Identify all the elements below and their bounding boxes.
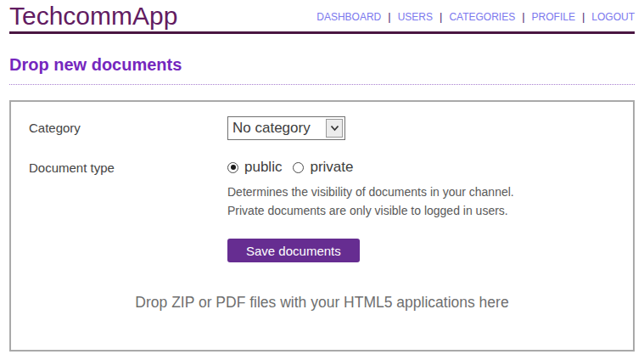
- document-type-label: Document type: [29, 159, 227, 262]
- app-title-link[interactable]: TechcommApp: [9, 3, 177, 30]
- help-line-1: Determines the visibility of documents i…: [227, 183, 514, 201]
- page: TechcommApp DASHBOARD | USERS | CATEGORI…: [0, 0, 644, 352]
- nav-link-categories[interactable]: CATEGORIES: [449, 11, 515, 23]
- nav-separator: |: [440, 10, 442, 23]
- category-row: Category No category: [29, 116, 633, 140]
- radio-option-private[interactable]: private: [293, 159, 353, 176]
- document-type-field: public private Determines the visibility…: [227, 159, 514, 262]
- radio-button-public[interactable]: [227, 162, 238, 173]
- radio-option-public[interactable]: public: [227, 159, 282, 176]
- nav-separator: |: [522, 10, 524, 23]
- nav-separator: |: [388, 10, 390, 23]
- nav-link-users[interactable]: USERS: [398, 11, 433, 23]
- document-type-help: Determines the visibility of documents i…: [227, 183, 514, 220]
- save-documents-button[interactable]: Save documents: [227, 239, 360, 262]
- help-line-2: Private documents are only visible to lo…: [227, 201, 514, 220]
- document-drop-panel[interactable]: Category No category Document type publi…: [9, 100, 635, 352]
- nav-link-profile[interactable]: PROFILE: [532, 11, 575, 23]
- category-select-value: No category: [228, 120, 326, 137]
- radio-button-private[interactable]: [293, 162, 304, 173]
- category-select[interactable]: No category: [227, 116, 345, 140]
- top-nav: DASHBOARD | USERS | CATEGORIES | PROFILE…: [316, 10, 635, 30]
- radio-label-public[interactable]: public: [244, 159, 282, 176]
- nav-separator: |: [582, 10, 585, 23]
- header: TechcommApp DASHBOARD | USERS | CATEGORI…: [9, 0, 635, 34]
- chevron-down-icon[interactable]: [326, 119, 343, 138]
- form-area: Category No category Document type publi…: [11, 102, 633, 262]
- dropzone-instruction: Drop ZIP or PDF files with your HTML5 ap…: [11, 294, 633, 312]
- document-type-options: public private: [227, 159, 514, 176]
- page-title: Drop new documents: [9, 55, 635, 85]
- nav-link-logout[interactable]: LOGOUT: [591, 11, 635, 23]
- nav-link-dashboard[interactable]: DASHBOARD: [316, 11, 381, 23]
- category-label: Category: [29, 116, 227, 140]
- radio-label-private[interactable]: private: [310, 159, 353, 176]
- document-type-row: Document type public private Determi: [29, 159, 633, 262]
